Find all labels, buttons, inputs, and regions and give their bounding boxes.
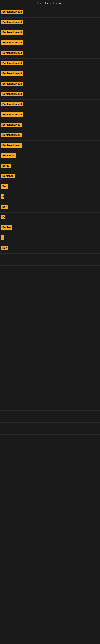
list-item: Bottleneck result xyxy=(0,58,100,69)
bottleneck-result-badge[interactable]: Bott xyxy=(1,184,8,188)
bottleneck-result-badge[interactable]: Bottle xyxy=(1,164,11,168)
empty-row xyxy=(0,447,100,459)
list-item: Bottleneck resu xyxy=(0,141,100,151)
empty-row xyxy=(0,254,100,266)
bottleneck-result-badge[interactable]: Bottleneck resu xyxy=(1,133,22,137)
bottleneck-result-badge[interactable]: Bottleneck resu xyxy=(1,122,22,127)
empty-row xyxy=(0,374,100,386)
bottleneck-result-badge[interactable]: Bottleneck result xyxy=(1,20,23,24)
list-item: Bottlen xyxy=(0,223,100,233)
empty-row xyxy=(0,362,100,374)
bottleneck-result-badge[interactable]: Bottleneck result xyxy=(1,82,23,86)
list-item: Bottleneck result xyxy=(0,89,100,100)
bottleneck-result-badge[interactable]: Bo xyxy=(1,215,5,219)
bottleneck-result-badge[interactable]: Bott xyxy=(1,246,8,250)
bottleneck-result-badge[interactable]: Bottleneck result xyxy=(1,40,23,45)
empty-row xyxy=(0,350,100,362)
empty-row xyxy=(0,422,100,435)
list-item: Bottleneck xyxy=(0,151,100,161)
empty-row xyxy=(0,435,100,447)
bottleneck-result-badge[interactable]: Bottleneck result xyxy=(1,61,23,66)
list-item: Bottleneck resu xyxy=(0,130,100,141)
empty-row xyxy=(0,410,100,422)
list-item: Bott xyxy=(0,243,100,254)
bottleneck-result-badge[interactable]: | xyxy=(1,236,4,240)
list-item: B xyxy=(0,192,100,202)
empty-row xyxy=(0,459,100,471)
list-item: Bottleneck result xyxy=(0,110,100,120)
empty-row xyxy=(0,278,100,290)
list-item: Bottleneck result xyxy=(0,79,100,89)
bottleneck-result-badge[interactable]: Bottleneck result xyxy=(1,10,23,14)
list-item: | xyxy=(0,233,100,243)
bottleneck-result-badge[interactable]: Bottleneck resu xyxy=(1,143,22,148)
rows-container: Bottleneck resultBottleneck resultBottle… xyxy=(0,7,100,495)
empty-row xyxy=(0,302,100,314)
bottleneck-result-badge[interactable]: Bottleneck result xyxy=(1,51,23,55)
list-item: Bottleneck result xyxy=(0,18,100,28)
empty-row xyxy=(0,483,100,495)
list-item: Bottleneck result xyxy=(0,38,100,48)
site-title: TheBottlenecker.com xyxy=(0,0,100,7)
list-item: Bottleneck resu xyxy=(0,120,100,130)
empty-row xyxy=(0,314,100,326)
list-item: Bottle xyxy=(0,161,100,172)
empty-row xyxy=(0,338,100,350)
bottleneck-result-badge[interactable]: Bottleneck result xyxy=(1,92,23,96)
empty-row xyxy=(0,386,100,398)
list-item: Bottleneck result xyxy=(0,28,100,38)
list-item: Bottlenec xyxy=(0,172,100,182)
bottleneck-result-badge[interactable]: Bottleneck result xyxy=(1,102,23,106)
list-item: Bottleneck result xyxy=(0,100,100,110)
empty-row xyxy=(0,266,100,278)
list-item: Bo xyxy=(0,212,100,223)
empty-row xyxy=(0,290,100,302)
bottleneck-result-badge[interactable]: Bottleneck result xyxy=(1,71,23,76)
list-item: Bott xyxy=(0,202,100,212)
list-item: Bottleneck result xyxy=(0,69,100,79)
empty-row xyxy=(0,471,100,483)
list-item: Bottleneck result xyxy=(0,48,100,58)
page-wrapper: TheBottlenecker.com Bottleneck resultBot… xyxy=(0,0,100,495)
bottleneck-result-badge[interactable]: Bottleneck xyxy=(1,153,16,158)
empty-row xyxy=(0,398,100,410)
empty-row xyxy=(0,326,100,338)
bottleneck-result-badge[interactable]: Bottlen xyxy=(1,225,12,230)
bottleneck-result-badge[interactable]: Bott xyxy=(1,205,8,209)
bottleneck-result-badge[interactable]: Bottleneck result xyxy=(1,30,23,34)
bottleneck-result-badge[interactable]: B xyxy=(1,194,4,199)
list-item: Bott xyxy=(0,182,100,192)
list-item: Bottleneck result xyxy=(0,7,100,18)
bottleneck-result-badge[interactable]: Bottleneck result xyxy=(1,112,23,117)
bottleneck-result-badge[interactable]: Bottlenec xyxy=(1,174,15,178)
